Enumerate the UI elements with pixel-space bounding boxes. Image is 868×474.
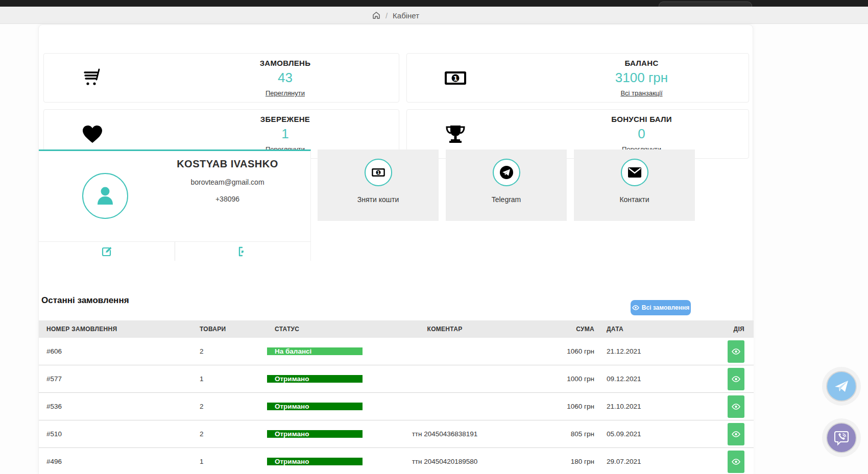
column-header: ТОВАРИ (200, 320, 267, 338)
breadcrumb: / Кабінет (38, 7, 753, 24)
order-number: #510 (39, 420, 200, 447)
stat-card-orders: ЗАМОВЛЕНЬ 43 Переглянути (43, 53, 399, 103)
order-status-cell: Отримано (267, 420, 363, 447)
viber-float-button[interactable] (822, 418, 861, 457)
order-items-count: 2 (200, 393, 267, 420)
order-row: #606 2 На балансі 1060 грн 21.12.2021 (39, 338, 754, 365)
order-comment: ттн 20450420189580 (363, 448, 527, 474)
profile-email: borovteam@gmail.com (149, 178, 306, 186)
stat-card-balance: 1 БАЛАНС 3100 грн Всі транзакції (406, 53, 749, 103)
order-number: #536 (39, 393, 200, 420)
order-status-cell: Отримано (267, 448, 363, 474)
edit-icon (101, 246, 112, 257)
stat-value: 43 (278, 70, 293, 86)
all-orders-button[interactable]: Всі замовлення (631, 300, 691, 315)
telegram-tile[interactable]: Telegram (446, 149, 567, 221)
tile-label: Зняти кошти (357, 195, 399, 204)
order-date: 05.09.2021 (594, 420, 718, 447)
order-number: #496 (39, 448, 200, 474)
breadcrumb-bar: / Кабінет (0, 7, 868, 24)
eye-icon (632, 305, 639, 310)
view-order-button[interactable] (728, 395, 744, 418)
order-status-cell: Отримано (267, 393, 363, 420)
order-items-count: 1 (200, 448, 267, 474)
money-icon: 1 (407, 54, 504, 102)
order-date: 09.12.2021 (594, 365, 718, 392)
view-order-button[interactable] (728, 423, 744, 445)
orders-table: НОМЕР ЗАМОВЛЕННЯ ТОВАРИ СТАТУС КОМЕНТАР … (39, 320, 754, 474)
main-panel: ЗАМОВЛЕНЬ 43 Переглянути 1 БАЛАНС 3100 г… (38, 24, 753, 474)
column-header: НОМЕР ЗАМОВЛЕННЯ (39, 320, 200, 338)
withdraw-money-icon: 1 (365, 159, 392, 186)
order-items-count: 1 (200, 365, 267, 392)
view-order-button[interactable] (728, 451, 744, 473)
stat-label: ЗБЕРЕЖЕНЕ (260, 115, 310, 123)
column-header: ДІЯ (718, 320, 754, 338)
avatar (82, 173, 128, 219)
status-badge: Отримано (267, 375, 363, 383)
order-comment (363, 393, 527, 420)
cart-icon (44, 54, 141, 102)
profile-phone: +38096 (149, 195, 306, 203)
order-items-count: 2 (200, 420, 267, 447)
profile-card: KOSTYAB IVASHKO borovteam@gmail.com +380… (39, 149, 311, 261)
status-badge: Отримано (267, 403, 363, 410)
stat-value: 3100 грн (615, 70, 668, 86)
order-status-cell: На балансі (267, 338, 363, 365)
order-status-cell: Отримано (267, 365, 363, 392)
stat-label: ЗАМОВЛЕНЬ (260, 59, 311, 67)
order-items-count: 2 (200, 338, 267, 365)
sign-out-icon (237, 246, 248, 257)
stat-link[interactable]: Переглянути (266, 89, 305, 97)
stat-link[interactable]: Всі транзакції (620, 89, 662, 97)
order-sum: 1060 грн (527, 393, 594, 420)
order-row: #536 2 Отримано 1060 грн 21.10.2021 (39, 393, 754, 420)
contacts-tile[interactable]: Контакти (574, 149, 695, 221)
envelope-icon (621, 159, 648, 186)
stat-value: 1 (281, 126, 288, 142)
stat-label: БОНУСНІ БАЛИ (611, 115, 672, 123)
order-sum: 1060 грн (527, 338, 594, 365)
orders-section-title: Останні замовлення (41, 295, 129, 306)
order-number: #577 (39, 365, 200, 392)
breadcrumb-separator: / (385, 11, 388, 20)
order-comment: ттн 20450436838191 (363, 420, 527, 447)
order-row: #577 1 Отримано 1000 грн 09.12.2021 (39, 365, 754, 393)
tile-label: Контакти (619, 195, 649, 204)
column-header: КОМЕНТАР (363, 320, 527, 338)
edit-profile-button[interactable] (39, 242, 175, 261)
stat-value: 0 (638, 126, 645, 142)
home-icon[interactable] (372, 11, 380, 19)
withdraw-funds-tile[interactable]: 1 Зняти кошти (318, 149, 439, 221)
order-sum: 180 грн (527, 448, 594, 474)
telegram-float-button[interactable] (822, 367, 861, 406)
column-header: ДАТА (594, 320, 718, 338)
svg-text:1: 1 (453, 74, 457, 82)
order-date: 29.07.2021 (594, 448, 718, 474)
viber-phone-icon (826, 422, 857, 453)
order-date: 21.10.2021 (594, 393, 718, 420)
orders-table-header: НОМЕР ЗАМОВЛЕННЯ ТОВАРИ СТАТУС КОМЕНТАР … (39, 320, 754, 338)
order-comment (363, 365, 527, 392)
order-number: #606 (39, 338, 200, 365)
breadcrumb-current: Кабінет (393, 11, 419, 20)
top-window-bar (0, 0, 868, 7)
profile-name: KOSTYAB IVASHKO (149, 158, 306, 170)
order-sum: 805 грн (527, 420, 594, 447)
view-order-button[interactable] (728, 368, 744, 390)
order-row: #510 2 Отримано ттн 20450436838191 805 г… (39, 420, 754, 448)
logout-button[interactable] (175, 242, 311, 261)
order-row: #496 1 Отримано ттн 20450420189580 180 г… (39, 448, 754, 474)
stat-label: БАЛАНС (624, 59, 658, 67)
view-order-button[interactable] (728, 340, 744, 363)
column-header: СТАТУС (267, 320, 363, 338)
svg-text:1: 1 (377, 170, 380, 175)
telegram-icon (493, 159, 520, 186)
telegram-plane-icon (826, 371, 857, 402)
order-sum: 1000 грн (527, 365, 594, 392)
tile-label: Telegram (492, 195, 521, 204)
column-header: СУМА (527, 320, 594, 338)
order-comment (363, 338, 527, 365)
status-badge: Отримано (267, 458, 363, 465)
status-badge: Отримано (267, 430, 363, 438)
